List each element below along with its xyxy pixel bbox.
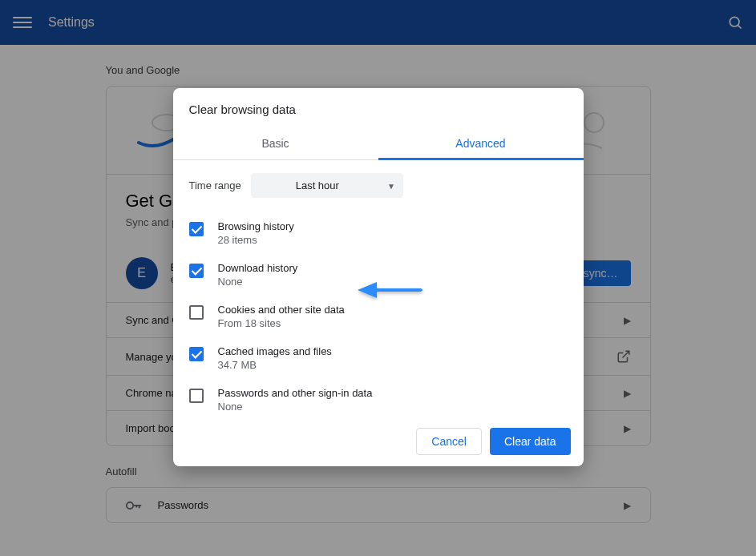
check-label: Browsing history <box>218 220 294 232</box>
check-sublabel: None <box>218 276 298 288</box>
dialog-body: Time range Last hour ▼ Browsing history2… <box>173 160 584 417</box>
checkbox[interactable] <box>189 347 204 361</box>
dialog-tabs: Basic Advanced <box>173 127 584 160</box>
modal-overlay: Clear browsing data Basic Advanced Time … <box>0 0 756 556</box>
check-item-4: Passwords and other sign-in dataNone <box>189 379 568 417</box>
check-label: Cookies and other site data <box>218 304 345 316</box>
check-sublabel: From 18 sites <box>218 317 345 329</box>
checkbox[interactable] <box>189 389 204 403</box>
checkbox[interactable] <box>189 264 204 278</box>
check-label: Cached images and files <box>218 345 332 357</box>
cancel-button[interactable]: Cancel <box>416 428 482 455</box>
check-item-2: Cookies and other site dataFrom 18 sites <box>189 296 568 337</box>
clear-browsing-data-dialog: Clear browsing data Basic Advanced Time … <box>173 88 584 466</box>
check-sublabel: None <box>218 401 373 413</box>
check-sublabel: 28 items <box>218 234 294 246</box>
dialog-title: Clear browsing data <box>173 88 584 116</box>
check-item-1: Download historyNone <box>189 254 568 296</box>
tab-basic[interactable]: Basic <box>173 127 378 159</box>
check-item-0: Browsing history28 items <box>189 212 568 254</box>
clear-data-button[interactable]: Clear data <box>490 428 571 455</box>
time-range-select[interactable]: Last hour <box>251 173 403 198</box>
check-item-3: Cached images and files34.7 MB <box>189 337 568 379</box>
checkbox[interactable] <box>189 305 204 320</box>
check-label: Download history <box>218 262 298 274</box>
check-label: Passwords and other sign-in data <box>218 387 373 399</box>
check-sublabel: 34.7 MB <box>218 359 332 371</box>
checkbox[interactable] <box>189 222 204 236</box>
time-range-label: Time range <box>189 179 241 191</box>
tab-advanced[interactable]: Advanced <box>378 127 584 160</box>
